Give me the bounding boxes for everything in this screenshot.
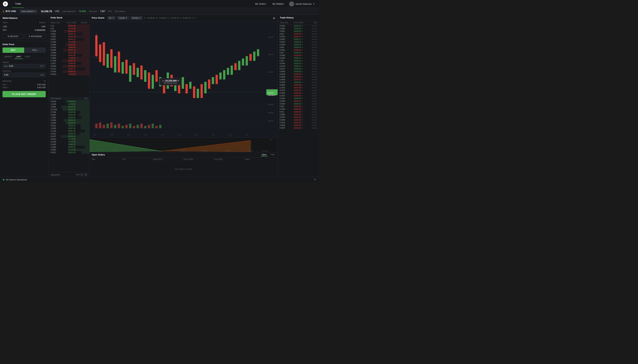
ob-bid-row[interactable]: 3.0000 10331.00 - xyxy=(48,114,90,116)
ob-ask-row[interactable]: 0.0047 10343.75 - xyxy=(48,38,90,41)
app-logo[interactable]: C xyxy=(3,2,8,6)
svg-rect-49 xyxy=(249,54,252,61)
my-orders-button[interactable]: My Orders xyxy=(253,2,268,6)
svg-rect-36 xyxy=(201,84,203,98)
ob-bid-row[interactable]: 0.0021 10324.50 - xyxy=(48,151,90,154)
ob-ask-row[interactable]: 3.0000 10339.25 - xyxy=(48,65,90,68)
limit-tab[interactable]: LIMIT xyxy=(14,55,23,59)
trade-history-row: 0.2933 10339.54 ↗ 9:49:06 xyxy=(278,81,319,84)
ob-bid-row[interactable]: 1.2904 10329.35 - xyxy=(48,116,90,119)
svg-text:9/13: 9/13 xyxy=(93,134,96,136)
ob-bid-row[interactable]: 6.0000 10325.25 - xyxy=(48,148,90,151)
ob-asks[interactable]: 3.14 10344.45 - 0.01 10344.40 - 0.2999 1… xyxy=(48,24,90,97)
trade-history-row: 0.0027 10338.63 ↗ 9:49:20 xyxy=(278,68,319,70)
ob-ask-row[interactable]: 0.01 10344.40 - xyxy=(48,27,90,30)
chart-expand-icon[interactable]: ▶ xyxy=(273,16,275,20)
open-orders: Open Orders Open Fills Side Size Filled … xyxy=(90,152,278,177)
trade-history-row: 0.0048 10332.95 ↗ 9:48:28 xyxy=(278,118,319,121)
ob-ask-row[interactable]: 0.1000 10342.65 - xyxy=(48,46,90,49)
chart-type-selector[interactable]: Candle ▼ xyxy=(117,16,129,20)
settings-icon[interactable]: ⚙ xyxy=(314,178,316,181)
ob-ask-row[interactable]: 0.6100 10341.80 - xyxy=(48,54,90,57)
usd-asset: USD xyxy=(3,25,16,28)
svg-rect-10 xyxy=(103,42,105,66)
ob-bid-row[interactable]: 0.0011 10328.15 - xyxy=(48,124,90,127)
trade-tab[interactable]: Trade xyxy=(12,0,24,8)
ob-bid-row[interactable]: 1.0000 10325.45 - xyxy=(48,146,90,148)
withdraw-button[interactable]: ⊖ WITHDRAW xyxy=(25,34,46,39)
withdraw-icon: ⊖ xyxy=(29,35,30,38)
ob-bid-row[interactable]: 0.7599 10332.90 - xyxy=(48,111,90,114)
change-label: 24h price xyxy=(89,10,97,12)
col-amount: Amount xyxy=(16,22,45,24)
ob-bid-row[interactable]: 0.0500 10325.75 - xyxy=(48,143,90,146)
timeframe-selector[interactable]: 5m ▼ xyxy=(107,16,116,20)
ob-ask-row[interactable]: 2.0000 10341.95 - xyxy=(48,52,90,54)
ob-ask-row[interactable]: 1.0087 10344.00 - xyxy=(48,35,90,38)
ob-bid-row[interactable]: 1.0000 10327.95 - xyxy=(48,127,90,130)
ob-ask-row[interactable]: 3.14 10344.45 - xyxy=(48,24,90,27)
svg-rect-32 xyxy=(186,84,188,93)
ob-ask-row[interactable]: 2.4140 10336.55 - xyxy=(48,70,90,73)
user-menu[interactable]: Satoshi Nakamoto ▼ xyxy=(288,1,316,7)
ob-ask-row[interactable]: 0.7599 10340.35 - xyxy=(48,60,90,62)
ob-bid-row[interactable]: 0.0023 10326.40 - xyxy=(48,138,90,140)
buy-tab[interactable]: BUY xyxy=(3,48,24,53)
ob-bid-row[interactable]: 0.0984 10333.50 - xyxy=(48,106,90,108)
svg-text:$10,380: $10,380 xyxy=(202,150,208,152)
stop-tab[interactable]: STOP xyxy=(23,55,32,59)
ob-ask-row[interactable]: 0.2999 10344.35 - xyxy=(48,30,90,32)
ob-bid-row[interactable]: 2.5100 10334.95 - xyxy=(48,103,90,106)
ob-ask-row[interactable]: 1.0000 10340.65 - xyxy=(48,57,90,60)
wallet-balance-section: Wallet Balance Asset Amount USD 0.00 xyxy=(0,15,48,41)
svg-rect-19 xyxy=(137,68,139,77)
open-orders-open-tab[interactable]: Open xyxy=(261,153,268,156)
svg-rect-37 xyxy=(204,82,207,93)
ob-ask-row[interactable]: 0.1000 10342.90 - xyxy=(48,41,90,43)
open-orders-columns: Side Size Filled (BTC) Price (USD) Fee (… xyxy=(90,158,278,161)
depth-chart[interactable]: -300 $10,180 $10,230 $10,280 $10,330 $10… xyxy=(90,138,278,152)
ob-bid-row[interactable]: 0.1100 10327.25 - xyxy=(48,130,90,132)
ob-bids[interactable]: 0.4045 10335.05 - 2.5100 10334.95 - 0.09… xyxy=(48,100,90,172)
my-wallets-button[interactable]: My Wallets xyxy=(270,2,286,6)
ob-ask-row[interactable]: 2.0000 10342.85 - xyxy=(48,43,90,46)
ob-bid-row[interactable]: 3.0268 10329.00 - xyxy=(48,122,90,124)
open-orders-fills-tab[interactable]: Fills xyxy=(270,153,275,156)
amount-input[interactable] xyxy=(9,65,40,67)
ob-ask-row[interactable]: 0.1321 10337.35 - xyxy=(48,68,90,70)
trade-history-row: 0.005 10333.00 ↗ 9:48:53 xyxy=(278,105,319,108)
max-link[interactable]: Max xyxy=(4,65,8,67)
ob-bid-row[interactable]: 0.6168 10326.30 - xyxy=(48,140,90,143)
aggregation-increase-button[interactable]: + xyxy=(85,173,87,176)
place-order-button[interactable]: PLACE BUY ORDER xyxy=(3,91,46,97)
svg-rect-14 xyxy=(118,52,120,72)
svg-rect-58 xyxy=(118,124,120,128)
ob-bid-row[interactable]: 0.0999 10329.25 - xyxy=(48,119,90,122)
svg-rect-18 xyxy=(133,63,135,75)
trade-history-row: 0.005 10338.42 ↗ 9:49:42 xyxy=(278,46,319,49)
ob-bid-row[interactable]: 0.0037 10326.45 - xyxy=(48,135,90,138)
svg-rect-45 xyxy=(234,63,237,70)
ob-bid-row[interactable]: 25.3100 10333.00 - xyxy=(48,108,90,111)
ob-ask-row[interactable]: 1.4371 10340.00 - xyxy=(48,62,90,65)
advanced-toggle[interactable]: Advanced ▼ xyxy=(3,79,46,83)
limit-price-input[interactable] xyxy=(4,74,40,76)
market-tab[interactable]: MARKET xyxy=(3,55,14,59)
ob-ask-row[interactable]: 0.0688 10342.15 - xyxy=(48,49,90,52)
ohlcv-v: 0 xyxy=(194,17,195,19)
ob-ask-row[interactable]: 5.6010 10336.30 - xyxy=(48,73,90,76)
svg-rect-55 xyxy=(107,124,109,128)
svg-rect-61 xyxy=(129,124,131,128)
sell-tab[interactable]: SELL xyxy=(24,48,46,53)
overlay-selector[interactable]: Overlay ▼ xyxy=(130,16,143,20)
candlestick-chart[interactable]: 10,336.78 9/13 1:00 2:00 3:00 4:00 5:00 … xyxy=(90,21,278,138)
select-market-dropdown[interactable]: Select Market ▼ xyxy=(20,10,37,13)
mid-market-plus: + xyxy=(177,79,179,82)
ob-bid-row[interactable]: 0.4045 10335.05 - xyxy=(48,100,90,103)
ob-bid-row[interactable]: 3.0222 10326.50 - xyxy=(48,132,90,135)
svg-text:$10,530: $10,530 xyxy=(263,150,268,152)
deposit-button[interactable]: ⊕ DEPOSIT xyxy=(3,34,24,39)
aggregation-decrease-button[interactable]: − xyxy=(81,173,83,176)
ohlcv-l-label: L: xyxy=(168,17,169,19)
ob-ask-row[interactable]: 0.5922 10344.30 - xyxy=(48,32,90,35)
